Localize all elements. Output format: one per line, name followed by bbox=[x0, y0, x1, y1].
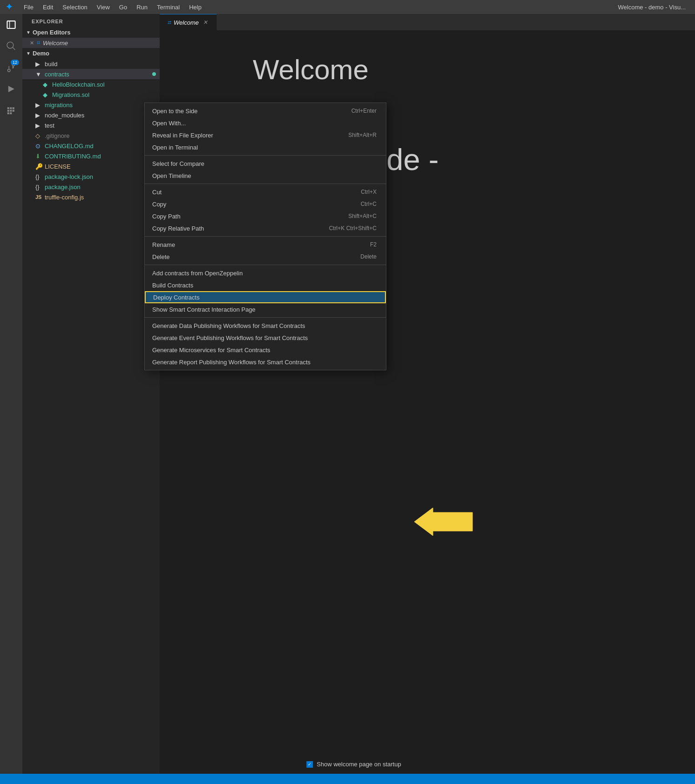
context-open-timeline-label: Open Timeline bbox=[152, 172, 191, 179]
show-welcome-checkbox[interactable]: ✓ bbox=[306, 761, 313, 768]
migrations-sol-file[interactable]: ◆ Migrations.sol bbox=[22, 89, 160, 100]
test-chevron: ▶ bbox=[35, 122, 43, 129]
context-open-with[interactable]: Open With... bbox=[145, 117, 386, 129]
node-modules-folder[interactable]: ▶ node_modules bbox=[22, 110, 160, 120]
context-copy-rel-shortcut: Ctrl+K Ctrl+Shift+C bbox=[329, 225, 377, 232]
contracts-modified-dot bbox=[152, 72, 156, 76]
context-reveal-shortcut: Shift+Alt+R bbox=[348, 132, 377, 138]
changelog-icon: ⊙ bbox=[35, 143, 43, 150]
menu-run[interactable]: Run bbox=[133, 3, 151, 12]
hello-blockchain-name: HelloBlockchain.sol bbox=[52, 81, 105, 88]
close-welcome-icon[interactable]: ✕ bbox=[30, 40, 34, 46]
source-control-activity-icon[interactable]: 12 bbox=[4, 61, 18, 75]
explorer-activity-icon[interactable] bbox=[4, 18, 18, 32]
menu-file[interactable]: File bbox=[20, 3, 37, 12]
context-copy-relative-path[interactable]: Copy Relative Path Ctrl+K Ctrl+Shift+C bbox=[145, 222, 386, 234]
package-lock-file[interactable]: {} package-lock.json bbox=[22, 171, 160, 182]
context-build-contracts[interactable]: Build Contracts bbox=[145, 279, 386, 291]
context-gen-data-label: Generate Data Publishing Workflows for S… bbox=[152, 322, 305, 329]
license-icon: 🔑 bbox=[35, 163, 43, 170]
show-welcome-label: Show welcome page on startup bbox=[317, 761, 401, 768]
truffle-config-name: truffle-config.js bbox=[45, 194, 84, 201]
contributing-file[interactable]: ⬇ CONTRIBUTING.md bbox=[22, 151, 160, 161]
package-json-name: package.json bbox=[45, 184, 81, 191]
context-cut[interactable]: Cut Ctrl+X bbox=[145, 186, 386, 198]
open-editor-name: Welcome bbox=[43, 40, 68, 47]
open-editors-label: Open Editors bbox=[33, 29, 71, 36]
context-generate-data-workflows[interactable]: Generate Data Publishing Workflows for S… bbox=[145, 320, 386, 332]
context-rename-label: Rename bbox=[152, 241, 175, 248]
context-copy-path[interactable]: Copy Path Shift+Alt+C bbox=[145, 210, 386, 222]
run-activity-icon[interactable] bbox=[4, 82, 18, 96]
migrations-folder[interactable]: ▶ migrations bbox=[22, 100, 160, 110]
extensions-activity-icon[interactable] bbox=[4, 103, 18, 117]
welcome-tab[interactable]: ⌗ Welcome ✕ bbox=[160, 14, 217, 30]
svg-marker-0 bbox=[414, 508, 472, 536]
node-modules-name: node_modules bbox=[45, 112, 84, 119]
open-editors-chevron: ▼ bbox=[26, 30, 31, 35]
gitignore-file[interactable]: ◇ .gitignore bbox=[22, 130, 160, 141]
open-editors-section[interactable]: ▼ Open Editors bbox=[22, 27, 160, 38]
context-rename-shortcut: F2 bbox=[370, 241, 377, 248]
context-smart-contract-page-label: Show Smart Contract Interaction Page bbox=[152, 306, 256, 313]
contracts-folder[interactable]: ▼ contracts bbox=[22, 69, 160, 79]
menu-go[interactable]: Go bbox=[115, 3, 131, 12]
context-generate-report-workflows[interactable]: Generate Report Publishing Workflows for… bbox=[145, 356, 386, 368]
context-open-with-label: Open With... bbox=[152, 120, 186, 127]
build-folder[interactable]: ▶ build bbox=[22, 59, 160, 69]
sidebar: Explorer ▼ Open Editors ✕ ⌗ Welcome ▼ De… bbox=[22, 14, 160, 784]
contributing-name: CONTRIBUTING.md bbox=[45, 153, 101, 160]
context-open-timeline[interactable]: Open Timeline bbox=[145, 170, 386, 182]
context-select-compare-label: Select for Compare bbox=[152, 160, 204, 167]
vscode-file-icon: ⌗ bbox=[37, 39, 40, 47]
menu-selection[interactable]: Selection bbox=[59, 3, 91, 12]
context-deploy-contracts[interactable]: Deploy Contracts bbox=[145, 291, 386, 303]
context-rename[interactable]: Rename F2 bbox=[145, 239, 386, 251]
context-add-openzeppelin[interactable]: Add contracts from OpenZeppelin bbox=[145, 267, 386, 279]
license-file[interactable]: 🔑 LICENSE bbox=[22, 161, 160, 171]
context-select-compare[interactable]: Select for Compare bbox=[145, 157, 386, 170]
context-generate-microservices[interactable]: Generate Microservices for Smart Contrac… bbox=[145, 344, 386, 356]
context-open-side[interactable]: Open to the Side Ctrl+Enter bbox=[145, 105, 386, 117]
hello-blockchain-file[interactable]: ◆ HelloBlockchain.sol bbox=[22, 79, 160, 89]
truffle-config-file[interactable]: JS truffle-config.js bbox=[22, 192, 160, 202]
menu-bar: File Edit Selection View Go Run Terminal… bbox=[20, 3, 205, 12]
package-json-file[interactable]: {} package.json bbox=[22, 182, 160, 192]
context-delete[interactable]: Delete Delete bbox=[145, 251, 386, 263]
context-open-side-label: Open to the Side bbox=[152, 108, 198, 115]
demo-chevron: ▼ bbox=[26, 51, 31, 56]
context-smart-contract-page[interactable]: Show Smart Contract Interaction Page bbox=[145, 303, 386, 315]
menu-view[interactable]: View bbox=[93, 3, 114, 12]
context-copy[interactable]: Copy Ctrl+C bbox=[145, 198, 386, 210]
context-open-terminal[interactable]: Open in Terminal bbox=[145, 141, 386, 153]
contracts-name: contracts bbox=[45, 71, 69, 78]
context-gen-report-label: Generate Report Publishing Workflows for… bbox=[152, 359, 310, 366]
json-lock-icon: {} bbox=[35, 173, 43, 180]
build-chevron-icon: ▶ bbox=[35, 61, 43, 68]
context-build-label: Build Contracts bbox=[152, 282, 193, 289]
context-gen-micro-label: Generate Microservices for Smart Contrac… bbox=[152, 347, 270, 354]
changelog-file[interactable]: ⊙ CHANGELOG.md bbox=[22, 141, 160, 151]
deploy-arrow-annotation bbox=[386, 508, 479, 537]
welcome-large-text: Welcome bbox=[253, 54, 369, 86]
open-editor-welcome[interactable]: ✕ ⌗ Welcome bbox=[22, 38, 160, 48]
welcome-tab-close[interactable]: ✕ bbox=[202, 19, 209, 26]
titlebar: ✦ File Edit Selection View Go Run Termin… bbox=[0, 0, 695, 14]
search-activity-icon[interactable] bbox=[4, 39, 18, 53]
context-generate-event-workflows[interactable]: Generate Event Publishing Workflows for … bbox=[145, 332, 386, 344]
context-copy-path-label: Copy Path bbox=[152, 213, 181, 220]
menu-edit[interactable]: Edit bbox=[39, 3, 57, 12]
source-control-badge: 12 bbox=[11, 60, 19, 65]
menu-help[interactable]: Help bbox=[185, 3, 205, 12]
test-folder[interactable]: ▶ test bbox=[22, 120, 160, 130]
menu-terminal[interactable]: Terminal bbox=[153, 3, 183, 12]
context-menu: Open to the Side Ctrl+Enter Open With...… bbox=[144, 102, 386, 370]
welcome-tab-label: Welcome bbox=[174, 19, 199, 26]
migrations-name: migrations bbox=[45, 102, 73, 109]
js-icon: JS bbox=[35, 194, 43, 200]
explorer-header: Explorer bbox=[22, 14, 160, 27]
context-reveal-explorer[interactable]: Reveal in File Explorer Shift+Alt+R bbox=[145, 129, 386, 141]
window-title: Welcome - demo - Visu... bbox=[618, 4, 686, 11]
context-cut-shortcut: Ctrl+X bbox=[361, 189, 377, 195]
demo-section[interactable]: ▼ Demo bbox=[22, 48, 160, 59]
